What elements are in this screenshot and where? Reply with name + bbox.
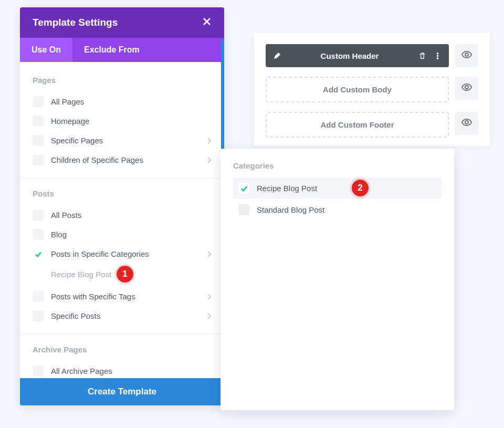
add-custom-body-button[interactable]: Add Custom Body	[266, 77, 449, 102]
visibility-button-header[interactable]	[455, 44, 478, 67]
badge-1: 1	[117, 266, 133, 283]
panel-header: Template Settings	[20, 7, 224, 38]
section-title-posts: Posts	[33, 189, 212, 198]
label-all-pages: All Pages	[51, 97, 212, 106]
label-homepage: Homepage	[51, 117, 212, 126]
item-all-posts[interactable]: All Posts	[33, 205, 212, 225]
svg-point-2	[437, 57, 438, 59]
label-specific-posts: Specific Posts	[51, 311, 207, 320]
chevron-right-icon[interactable]	[207, 156, 212, 164]
checkbox-all-posts[interactable]	[33, 210, 44, 221]
panel-title: Template Settings	[33, 17, 118, 28]
panel-scroll-area: Pages All Pages Homepage Specific Pages …	[20, 62, 224, 378]
item-posts-with-tags[interactable]: Posts with Specific Tags	[33, 287, 212, 306]
chevron-right-icon[interactable]	[207, 293, 212, 300]
row-add-footer: Add Custom Footer	[266, 112, 478, 138]
row-add-body: Add Custom Body	[266, 77, 478, 102]
tabs: Use On Exclude From	[20, 38, 224, 62]
checkbox-posts-in-categories[interactable]	[33, 248, 44, 259]
section-posts: Posts All Posts Blog Posts in Specific C…	[20, 178, 224, 334]
close-button[interactable]	[202, 17, 212, 28]
subitem-recipe-blog-post: Recipe Blog Post 1	[51, 266, 212, 283]
checkbox-recipe-blog-post[interactable]	[238, 183, 249, 194]
create-template-button[interactable]: Create Template	[20, 378, 224, 405]
label-all-archive: All Archive Pages	[51, 367, 212, 375]
item-specific-pages[interactable]: Specific Pages	[33, 131, 212, 150]
label-recipe-blog-post: Recipe Blog Post	[257, 184, 317, 193]
tab-use-on[interactable]: Use On	[20, 38, 72, 62]
category-item-standard[interactable]: Standard Blog Post	[233, 199, 442, 221]
svg-point-5	[465, 121, 468, 124]
visibility-button-body[interactable]	[455, 77, 478, 100]
item-posts-in-categories[interactable]: Posts in Specific Categories	[33, 244, 212, 264]
badge-2: 2	[352, 180, 369, 196]
label-posts-with-tags: Posts with Specific Tags	[51, 292, 207, 301]
chevron-right-icon[interactable]	[207, 250, 212, 258]
visibility-button-footer[interactable]	[455, 112, 478, 135]
checkbox-standard-blog-post[interactable]	[238, 204, 249, 215]
subitem-label: Recipe Blog Post	[51, 270, 111, 279]
template-preview-area: Custom Header Add Custom Body Add C	[254, 33, 490, 146]
checkbox-specific-posts[interactable]	[33, 310, 44, 321]
svg-point-3	[465, 53, 468, 56]
section-archive: Archive Pages All Archive Pages	[20, 334, 224, 378]
popover-title: Categories	[233, 161, 442, 170]
item-homepage[interactable]: Homepage	[33, 111, 212, 131]
row-custom-header: Custom Header	[266, 44, 478, 67]
checkbox-posts-with-tags[interactable]	[33, 291, 44, 302]
checkbox-all-pages[interactable]	[33, 96, 44, 107]
checkbox-all-archive[interactable]	[33, 366, 44, 377]
item-all-pages[interactable]: All Pages	[33, 92, 212, 111]
label-blog: Blog	[51, 230, 212, 239]
section-pages: Pages All Pages Homepage Specific Pages …	[20, 62, 224, 178]
checkbox-specific-pages[interactable]	[33, 135, 44, 146]
categories-popover: Categories Recipe Blog Post 2 Standard B…	[220, 149, 454, 410]
checkbox-children-specific[interactable]	[33, 154, 44, 165]
checkbox-homepage[interactable]	[33, 116, 44, 127]
svg-point-0	[437, 53, 438, 54]
close-icon	[202, 17, 212, 28]
svg-point-4	[465, 86, 468, 89]
section-title-pages: Pages	[33, 76, 212, 85]
pencil-icon[interactable]	[273, 52, 281, 60]
label-posts-in-categories: Posts in Specific Categories	[51, 249, 207, 258]
label-standard-blog-post: Standard Blog Post	[257, 205, 324, 214]
trash-icon[interactable]	[418, 52, 426, 60]
category-item-recipe[interactable]: Recipe Blog Post 2	[233, 178, 442, 199]
custom-header-label: Custom Header	[281, 51, 418, 60]
label-specific-pages: Specific Pages	[51, 136, 207, 145]
item-all-archive[interactable]: All Archive Pages	[33, 361, 212, 378]
section-title-archive: Archive Pages	[33, 345, 212, 354]
eye-icon	[461, 51, 472, 60]
chevron-right-icon[interactable]	[207, 137, 212, 144]
label-all-posts: All Posts	[51, 211, 212, 220]
custom-header-bar[interactable]: Custom Header	[266, 44, 449, 67]
svg-point-1	[437, 55, 438, 57]
item-specific-posts[interactable]: Specific Posts	[33, 306, 212, 326]
dots-vertical-icon[interactable]	[434, 52, 442, 60]
add-custom-footer-button[interactable]: Add Custom Footer	[266, 112, 449, 138]
tab-exclude-from[interactable]: Exclude From	[72, 38, 151, 62]
label-children-specific: Children of Specific Pages	[51, 155, 207, 164]
template-settings-panel: Template Settings Use On Exclude From Pa…	[20, 7, 224, 405]
checkbox-blog[interactable]	[33, 229, 44, 240]
item-children-specific-pages[interactable]: Children of Specific Pages	[33, 150, 212, 170]
chevron-right-icon[interactable]	[207, 312, 212, 320]
eye-icon	[461, 83, 472, 93]
eye-icon	[461, 119, 472, 128]
item-blog[interactable]: Blog	[33, 225, 212, 244]
